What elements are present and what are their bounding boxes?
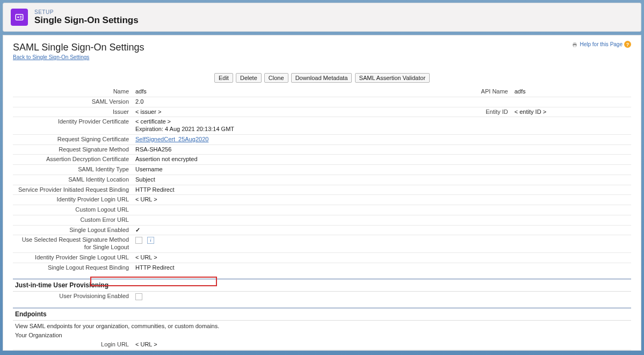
value-api-name: adfs — [511, 87, 631, 97]
value-assert-decrypt: Assertion not encrypted — [132, 155, 462, 165]
checkbox-unchecked-icon — [135, 237, 142, 244]
label-idp-slo-url: Identity Provider Single Logout URL — [13, 252, 132, 263]
value-login-url: < URL > — [132, 340, 475, 350]
value-slo-binding: HTTP Redirect — [132, 263, 462, 272]
header-title: Single Sign-On Settings — [34, 15, 139, 26]
label-custom-error: Custom Error URL — [13, 215, 132, 225]
label-assert-decrypt: Assertion Decryption Certificate — [13, 155, 132, 165]
help-link[interactable]: Help for this Page — [580, 41, 623, 47]
value-custom-error — [132, 215, 462, 225]
value-req-sig-method: RSA-SHA256 — [132, 144, 462, 155]
value-custom-logout — [132, 205, 462, 215]
value-idp-cert-2: Expiration: 4 Aug 2021 20:13:14 GMT — [135, 126, 459, 133]
label-logout-url: Logout URL — [13, 350, 132, 351]
help-icon[interactable]: ? — [624, 41, 631, 48]
saml-validator-button[interactable]: SAML Assertion Validator — [355, 73, 430, 83]
endpoints-table: Login URL < URL > Logout URL < URL > OAu… — [13, 340, 631, 351]
section-jit: Just-in-time User Provisioning — [13, 279, 631, 292]
info-icon[interactable]: i — [147, 237, 154, 244]
value-idp-slo-url: < URL > — [132, 252, 462, 263]
edit-button[interactable]: Edit — [214, 73, 233, 83]
value-identity-type: Username — [132, 165, 462, 175]
value-logout-url: < URL > — [132, 350, 475, 351]
label-identity-type: SAML Identity Type — [13, 165, 132, 175]
value-name: adfs — [132, 87, 462, 97]
label-slo-binding: Single Logout Request Binding — [13, 263, 132, 272]
printer-icon[interactable] — [571, 41, 578, 48]
label-slo-enabled: Single Logout Enabled — [13, 225, 132, 235]
content-card: SAML Single Sign-On Settings Back to Sin… — [3, 35, 641, 351]
label-identity-loc: SAML Identity Location — [13, 175, 132, 185]
label-saml-version: SAML Version — [13, 97, 132, 107]
back-link[interactable]: Back to Single Sign-On Settings — [13, 54, 89, 60]
label-custom-logout: Custom Logout URL — [13, 205, 132, 215]
value-idp-login-url: < URL > — [132, 195, 462, 205]
svg-rect-0 — [16, 15, 23, 20]
value-entity-id: < entity ID > — [511, 107, 631, 117]
value-issuer: < issuer > — [132, 107, 462, 117]
delete-button[interactable]: Delete — [236, 73, 262, 83]
value-slo-enabled: ✓ — [132, 225, 462, 235]
value-sp-binding: HTTP Redirect — [132, 185, 462, 195]
header-eyebrow: SETUP — [34, 9, 139, 15]
details-table: Name adfs API Name adfs SAML Version 2.0… — [13, 87, 631, 272]
label-idp-cert: Identity Provider Certificate — [13, 117, 132, 135]
svg-rect-6 — [573, 45, 576, 47]
endpoints-org-heading: Your Organization — [13, 331, 631, 340]
label-req-sig-method: Request Signature Method — [13, 144, 132, 155]
button-row-top: Edit Delete Clone Download Metadata SAML… — [13, 73, 631, 83]
label-selected-sig: Use Selected Request Signature Method fo… — [13, 235, 132, 253]
label-idp-login-url: Identity Provider Login URL — [13, 195, 132, 205]
clone-button[interactable]: Clone — [264, 73, 288, 83]
svg-point-1 — [17, 17, 19, 18]
section-endpoints: Endpoints — [13, 308, 631, 321]
label-api-name: API Name — [462, 87, 511, 97]
label-issuer: Issuer — [13, 107, 132, 117]
label-sp-binding: Service Provider Initiated Request Bindi… — [13, 185, 132, 195]
label-entity-id: Entity ID — [462, 107, 511, 117]
value-saml-version: 2.0 — [132, 97, 462, 107]
setup-header: SETUP Single Sign-On Settings — [3, 3, 641, 32]
endpoints-description: View SAML endpoints for your organizatio… — [13, 321, 631, 331]
label-login-url: Login URL — [13, 340, 132, 350]
value-idp-cert-1: < certificate > — [135, 118, 459, 126]
jit-table: User Provisioning Enabled — [13, 292, 631, 301]
value-req-sign-cert[interactable]: SelfSignedCert_25Aug2020 — [135, 136, 208, 142]
page-title: SAML Single Sign-On Settings — [13, 42, 144, 53]
label-name: Name — [13, 87, 132, 97]
download-metadata-button[interactable]: Download Metadata — [291, 73, 352, 83]
label-req-sign-cert: Request Signing Certificate — [13, 134, 132, 144]
checkbox-unchecked-icon — [135, 293, 142, 300]
sso-icon — [11, 9, 28, 26]
svg-rect-5 — [573, 42, 576, 44]
label-jit-enabled: User Provisioning Enabled — [13, 292, 132, 301]
value-identity-loc: Subject — [132, 175, 462, 185]
